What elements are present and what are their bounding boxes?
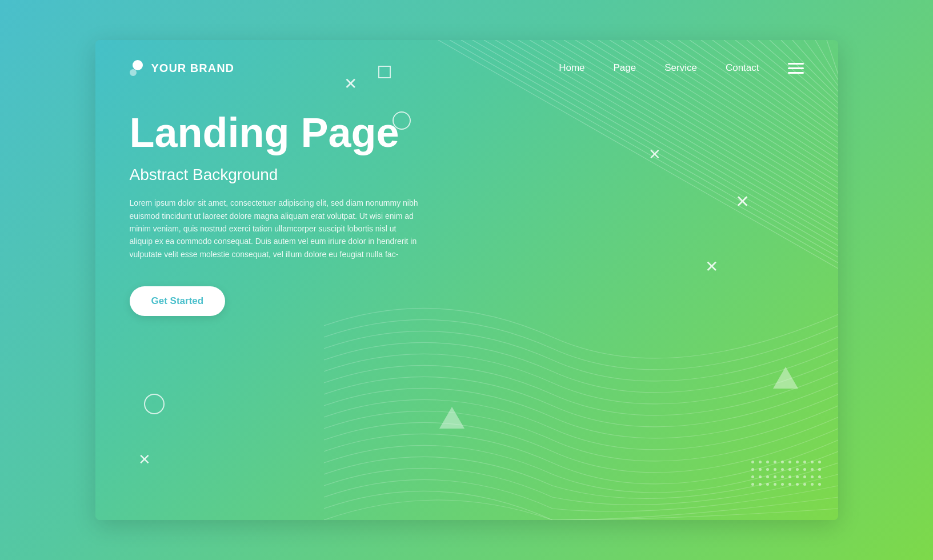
hero-description: Lorem ipsum dolor sit amet, consectetuer… xyxy=(130,197,421,261)
nav-page[interactable]: Page xyxy=(614,62,636,74)
hero-title: Landing Page xyxy=(130,110,804,155)
hamburger-line-1 xyxy=(788,63,804,65)
deco-triangle-center xyxy=(439,407,465,429)
nav-service[interactable]: Service xyxy=(664,62,697,74)
outer-background: ✕ ✕ ✕ ✕ ✕ xyxy=(0,0,933,560)
brand-icon xyxy=(130,60,146,76)
deco-x-bottom-left: ✕ xyxy=(138,451,151,469)
nav-links: Home Page Service Contact xyxy=(559,62,803,74)
hamburger-line-2 xyxy=(788,67,804,69)
hamburger-menu[interactable] xyxy=(788,63,804,74)
deco-circle-bottom-left xyxy=(144,394,165,414)
hamburger-line-3 xyxy=(788,72,804,74)
hero-section: Landing Page Abstract Background Lorem i… xyxy=(95,87,838,316)
get-started-button[interactable]: Get Started xyxy=(130,286,226,316)
nav-contact[interactable]: Contact xyxy=(726,62,759,74)
brand-logo: YOUR BRAND xyxy=(130,60,235,76)
deco-dots-grid xyxy=(751,461,821,486)
nav-home[interactable]: Home xyxy=(559,62,584,74)
brand-name: YOUR BRAND xyxy=(151,62,235,75)
landing-card: ✕ ✕ ✕ ✕ ✕ xyxy=(95,40,838,520)
navbar: YOUR BRAND Home Page Service Contact xyxy=(95,40,838,87)
hero-subtitle: Abstract Background xyxy=(130,166,804,184)
deco-triangle-right xyxy=(773,367,798,389)
